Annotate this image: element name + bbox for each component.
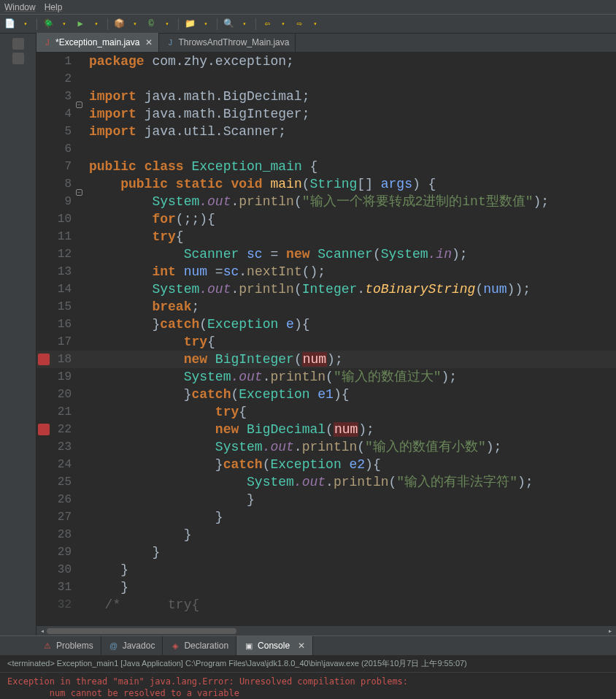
toolbar-dropdown-arrow[interactable]: ▾ — [90, 18, 103, 31]
tab-label: Console — [258, 641, 290, 651]
menu-window[interactable]: Window — [4, 2, 36, 12]
code-line[interactable]: 23 System.out.println("输入的数值有小数"); — [36, 438, 616, 456]
code-line[interactable]: 8 − public static void main(String[] arg… — [36, 175, 616, 193]
code-line[interactable]: 30 } — [36, 561, 616, 578]
line-number: 14 — [36, 280, 74, 298]
toolbar-dropdown-arrow[interactable]: ▾ — [58, 18, 71, 31]
code-line[interactable]: 25 System.out.println("输入的有非法字符"); — [36, 473, 616, 491]
console-icon: ▣ — [244, 641, 254, 651]
close-icon[interactable]: ✕ — [298, 641, 305, 651]
left-rail — [0, 34, 36, 635]
horizontal-scrollbar[interactable]: ◂ ▸ — [36, 625, 616, 635]
line-number: 23 — [36, 438, 74, 456]
toolbar-forward-icon[interactable]: ⇨ — [293, 18, 306, 31]
code-line[interactable]: 26 } — [36, 491, 616, 508]
toolbar-dropdown-arrow[interactable]: ▾ — [128, 18, 142, 31]
toolbar-dropdown-arrow[interactable]: ▾ — [199, 18, 212, 31]
code-line[interactable]: 13 int num =sc.nextInt(); — [36, 263, 616, 280]
line-number: 30 — [36, 561, 74, 578]
code-line[interactable]: 15 break; — [36, 298, 616, 316]
toolbar-debug-icon[interactable]: 🪲 — [42, 18, 55, 31]
line-number: 6 — [36, 140, 74, 158]
code-line[interactable]: 6 — [36, 140, 616, 158]
rail-icon-2[interactable] — [12, 53, 24, 64]
toolbar-icon-1[interactable]: 📄 — [3, 18, 16, 31]
tab-label: Problems — [56, 641, 93, 651]
bottom-tabstrip: ⚠ Problems @ Javadoc ◈ Declaration ▣ Con… — [0, 636, 616, 655]
code-line[interactable]: 29 } — [36, 543, 616, 561]
toolbar-back-icon[interactable]: ⇦ — [261, 18, 274, 31]
toolbar-dropdown-arrow[interactable]: ▾ — [19, 18, 32, 31]
toolbar-dropdown-arrow[interactable]: ▾ — [238, 18, 251, 31]
line-number: 16 — [36, 316, 74, 333]
code-line[interactable]: 12 Scanner sc = new Scanner(System.in); — [36, 245, 616, 263]
tab-problems[interactable]: ⚠ Problems — [35, 636, 101, 655]
tab-label: Declaration — [184, 641, 228, 651]
code-line[interactable]: 11 try{ — [36, 228, 616, 245]
toolbar-new-pkg-icon[interactable]: 📦 — [112, 18, 126, 31]
code-line[interactable]: 24 }catch(Exception e2){ — [36, 456, 616, 473]
code-line[interactable]: 28 } — [36, 526, 616, 543]
toolbar-sep — [178, 18, 179, 30]
line-number: 2 — [36, 70, 74, 88]
tab-javadoc[interactable]: @ Javadoc — [101, 636, 163, 655]
toolbar-dropdown-arrow[interactable]: ▾ — [161, 18, 174, 31]
code-line[interactable]: 3 − import java.math.BigDecimal; — [36, 88, 616, 105]
line-number: 24 — [36, 456, 74, 473]
code-line[interactable]: 16 }catch(Exception e){ — [36, 316, 616, 333]
line-number: 15 — [36, 298, 74, 316]
line-number: 9 — [36, 193, 74, 210]
close-icon[interactable]: ✕ — [145, 37, 153, 47]
console-output[interactable]: Exception in thread "main" java.lang.Err… — [0, 673, 616, 699]
editor-tabstrip: J *Exception_main.java ✕ J ThrowsAndThro… — [36, 34, 616, 53]
code-editor[interactable]: 1 package com.zhy.exception; 2 3 − impor… — [36, 53, 616, 625]
line-number: 13 — [36, 263, 74, 280]
fold-toggle[interactable]: − — [76, 102, 82, 108]
toolbar-folder-icon[interactable]: 📁 — [183, 18, 196, 31]
toolbar-search-icon[interactable]: 🔍 — [222, 18, 235, 31]
code-line[interactable]: 7 public class Exception_main { — [36, 158, 616, 175]
menu-help[interactable]: Help — [45, 2, 63, 12]
fold-toggle[interactable]: − — [76, 189, 82, 196]
code-line[interactable]: 1 package com.zhy.exception; — [36, 53, 616, 70]
line-number: 18 — [36, 351, 74, 368]
line-number: 12 — [36, 245, 74, 263]
scrollbar-thumb[interactable] — [47, 628, 236, 634]
code-line[interactable]: 2 — [36, 70, 616, 88]
code-line[interactable]: 19 System.out.println("输入的数值过大"); — [36, 368, 616, 386]
error-marker-icon[interactable] — [38, 424, 50, 435]
tab-console[interactable]: ▣ Console ✕ — [236, 636, 313, 655]
tab-label: ThrowsAndThrow_Main.java — [178, 37, 289, 47]
code-line[interactable]: 5 import java.util.Scanner; — [36, 123, 616, 140]
rail-icon-1[interactable] — [12, 38, 24, 50]
scroll-left-icon[interactable]: ◂ — [38, 627, 47, 635]
toolbar-new-class-icon[interactable]: © — [145, 18, 158, 31]
line-number: 5 — [36, 123, 74, 140]
toolbar-run-icon[interactable]: ▶ — [74, 18, 87, 31]
tab-declaration[interactable]: ◈ Declaration — [163, 636, 236, 655]
code-line[interactable]: 21 try{ — [36, 403, 616, 421]
code-line[interactable]: 14 System.out.println(Integer.toBinarySt… — [36, 280, 616, 298]
code-line[interactable]: 27 } — [36, 508, 616, 526]
code-line[interactable]: 9 System.out.println("输入一个将要转成2进制的int型数值… — [36, 193, 616, 210]
code-line[interactable]: 10 for(;;){ — [36, 210, 616, 228]
toolbar-dropdown-arrow[interactable]: ▾ — [277, 18, 290, 31]
editor-column: J *Exception_main.java ✕ J ThrowsAndThro… — [36, 34, 616, 635]
code-line[interactable]: 22 new BigDecimal(num); — [36, 421, 616, 438]
code-line[interactable]: 20 }catch(Exception e1){ — [36, 386, 616, 403]
code-line[interactable]: 17 try{ — [36, 333, 616, 351]
code-line[interactable]: 32 /* try{ — [36, 596, 616, 614]
editor-tab-active[interactable]: J *Exception_main.java ✕ — [36, 33, 159, 52]
line-number: 8 — [36, 175, 74, 193]
code-line-current[interactable]: 18 new BigInteger(num); — [36, 351, 616, 368]
error-marker-icon[interactable] — [38, 354, 50, 365]
problems-icon: ⚠ — [42, 641, 53, 651]
scroll-right-icon[interactable]: ▸ — [606, 627, 615, 635]
declaration-icon: ◈ — [170, 641, 180, 651]
code-line[interactable]: 4 import java.math.BigInteger; — [36, 105, 616, 123]
bottom-panel: ⚠ Problems @ Javadoc ◈ Declaration ▣ Con… — [0, 635, 616, 699]
toolbar-dropdown-arrow[interactable]: ▾ — [309, 18, 322, 31]
editor-tab-inactive[interactable]: J ThrowsAndThrow_Main.java — [159, 33, 296, 52]
code-line[interactable]: 31 } — [36, 578, 616, 596]
toolbar-sep — [217, 18, 217, 30]
